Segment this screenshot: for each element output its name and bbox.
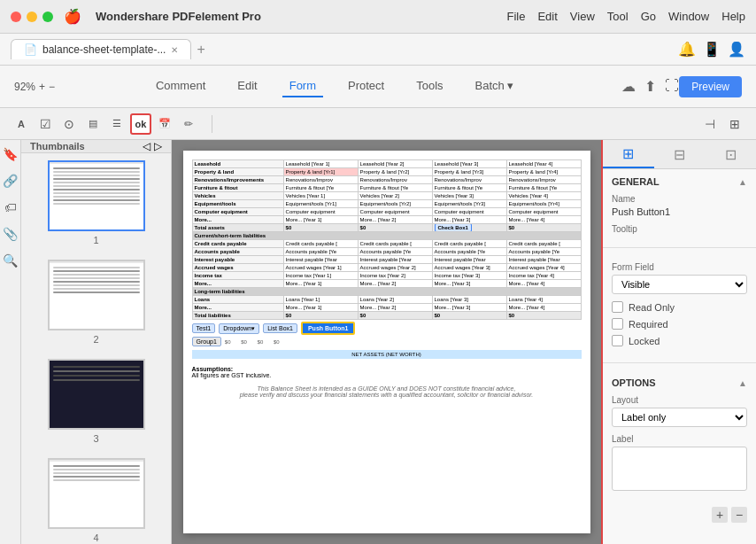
expand-icon[interactable]: ⛶ [665, 78, 679, 95]
sidebar-arrow-right[interactable]: ▷ [154, 140, 162, 152]
text1-element[interactable]: Test1 [192, 323, 216, 333]
menu-go[interactable]: Go [641, 10, 656, 23]
table-row: Accrued wages Accrued wages [Year 1] Acc… [192, 264, 581, 272]
zoom-minus-button[interactable]: − [49, 81, 55, 93]
header-row: Long-term liabilities [192, 288, 581, 296]
cloud-upload-icon[interactable]: ☁ [621, 78, 636, 95]
account-icon[interactable]: 👤 [728, 41, 745, 58]
read-only-label: Read Only [629, 302, 675, 313]
add-item-button[interactable]: + [712, 507, 728, 523]
label-input-area[interactable] [612, 447, 747, 491]
thumb-line [53, 375, 140, 377]
thumbnail-page-1[interactable]: 1 [21, 153, 171, 253]
share-icon[interactable]: ⬆ [644, 78, 656, 95]
menu-window[interactable]: Window [668, 10, 709, 23]
cell-value: Accounts payable [Ye [432, 248, 506, 256]
cell-label: Accrued wages [192, 264, 283, 272]
close-button[interactable] [11, 12, 21, 22]
attachment-icon[interactable]: 📎 [2, 225, 19, 243]
thumbnail-page-2[interactable]: 2 [21, 253, 171, 352]
thumb-line [53, 167, 140, 169]
cell-value: Vehicles [Year 3] [432, 192, 506, 200]
cell-value: More... [Year 1] [283, 216, 358, 224]
layout-select[interactable]: Label only Icon only Icon top, label bot… [612, 408, 747, 427]
thumbnail-page-3[interactable]: 3 [21, 352, 171, 451]
signature-tool[interactable]: ✏ [178, 113, 199, 135]
menu-edit[interactable]: Edit [537, 10, 557, 23]
required-checkbox[interactable] [612, 318, 623, 330]
cell-value: Credit cards payable [ [283, 240, 358, 248]
check-box-element[interactable]: Check Box1 [435, 224, 472, 232]
name-field-label: Name [612, 194, 747, 204]
menu-tool[interactable]: Tool [607, 10, 629, 23]
nav-tools[interactable]: Tools [409, 75, 450, 97]
nav-edit[interactable]: Edit [230, 75, 264, 97]
combo-tool[interactable]: ▤ [82, 113, 104, 135]
thumb-line [53, 171, 140, 173]
window-tab[interactable]: ⊡ [705, 140, 756, 168]
menu-help[interactable]: Help [721, 10, 745, 23]
visible-select[interactable]: Visible Hidden [612, 275, 747, 294]
nav-form[interactable]: Form [282, 75, 323, 97]
sidebar-arrow-left[interactable]: ◁ [143, 140, 150, 152]
new-tab-button[interactable]: + [197, 42, 204, 58]
ok-button-tool[interactable]: ok [130, 113, 151, 135]
remove-item-button[interactable]: − [731, 507, 747, 523]
date-tool[interactable]: 📅 [154, 113, 175, 135]
minimize-button[interactable] [27, 12, 37, 22]
listbox-tool[interactable]: ☰ [106, 113, 127, 135]
checkbox-tool[interactable]: ☑ [35, 113, 56, 135]
tab-close-icon[interactable]: ✕ [171, 45, 178, 55]
table-row: Equipment/tools Equipment/tools [Yr1] Eq… [192, 200, 581, 208]
cell-value: Loans [Year 3] [432, 296, 506, 304]
listbox-element[interactable]: List Box1 [263, 323, 297, 333]
general-collapse-icon[interactable]: ▲ [738, 177, 747, 187]
document-tab[interactable]: 📄 balance-sheet-template-... ✕ [11, 39, 191, 59]
table-row: Accounts payable Accounts payable [Ye Ac… [192, 248, 581, 256]
cell-value: Interest payable [Year [506, 256, 581, 264]
cell-value: Furniture & fitout [Ye [506, 184, 581, 192]
locked-checkbox[interactable] [612, 335, 623, 346]
cell-value: Credit cards payable [ [358, 240, 432, 248]
bookmark-icon[interactable]: 🔖 [2, 145, 19, 163]
link-icon[interactable]: 🔗 [2, 172, 19, 190]
options-collapse-icon[interactable]: ▲ [738, 378, 747, 388]
properties-tab[interactable]: ⊞ [603, 140, 654, 168]
zoom-plus-button[interactable]: + [39, 81, 45, 93]
cell-label: Property & land [192, 168, 283, 176]
cell-label: Leasehold [192, 160, 283, 168]
grid-tab[interactable]: ⊟ [654, 140, 706, 168]
dropdown-element[interactable]: Dropdown▾ [219, 323, 259, 334]
cell-value: Vehicles [Year 4] [506, 192, 581, 200]
cell-value: $0 [358, 312, 432, 320]
thumbnail-page-4[interactable]: 4 [21, 451, 171, 544]
notification-icon[interactable]: 🔔 [678, 41, 696, 58]
preview-button[interactable]: Preview [679, 76, 742, 97]
right-panel-tabs: ⊞ ⊟ ⊡ [603, 140, 756, 169]
distribute-tool[interactable]: ⊞ [724, 113, 745, 135]
tab-title: balance-sheet-template-... [42, 43, 166, 56]
thumb-content-4 [50, 460, 143, 527]
thumb-line [53, 472, 140, 474]
section-divider-2 [603, 362, 756, 363]
mobile-icon[interactable]: 📱 [703, 41, 721, 58]
push-button-element[interactable]: Push Button1 [301, 322, 356, 335]
thumbnails-panel: Thumbnails ◁ ▷ [21, 140, 172, 544]
tag-icon[interactable]: 🏷 [2, 198, 19, 216]
panel-action-buttons: + − [603, 503, 756, 526]
radio-tool[interactable]: ⊙ [58, 113, 80, 135]
read-only-checkbox[interactable] [612, 301, 623, 313]
search-icon[interactable]: 🔍 [2, 252, 19, 269]
menu-view[interactable]: View [570, 10, 595, 23]
group-element[interactable]: Group1 [192, 337, 221, 346]
text-field-tool[interactable]: A [11, 113, 32, 135]
nav-comment[interactable]: Comment [149, 75, 212, 97]
align-left-tool[interactable]: ⊣ [699, 113, 721, 135]
maximize-button[interactable] [42, 12, 53, 22]
nav-protect[interactable]: Protect [341, 75, 391, 97]
net-worth-label: $0 $0 $0 $0 [225, 339, 280, 345]
app-title: Wondershare PDFelement Pro [96, 10, 261, 23]
nav-batch[interactable]: Batch ▾ [468, 75, 521, 97]
thumb-line [53, 370, 140, 372]
menu-file[interactable]: File [506, 10, 525, 23]
